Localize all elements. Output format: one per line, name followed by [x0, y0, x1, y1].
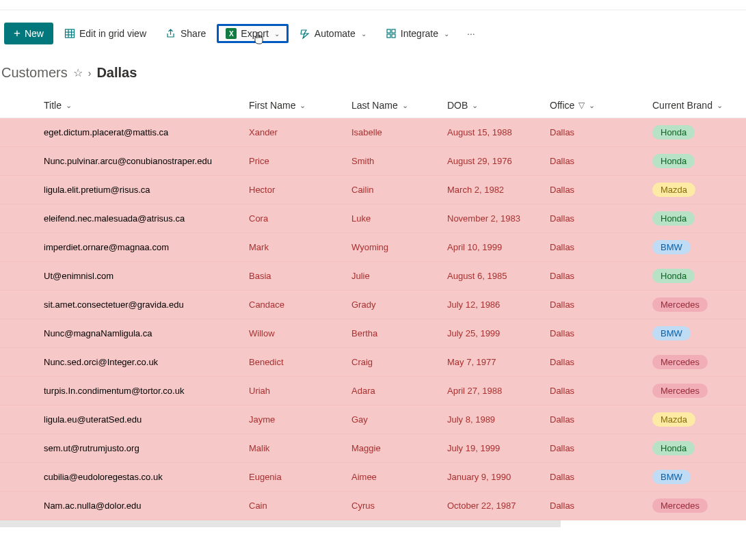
more-actions-button[interactable]: ··· [460, 24, 482, 43]
cell-office: Dallas [547, 499, 650, 512]
edit-grid-button[interactable]: Edit in grid view [56, 25, 155, 42]
integrate-label: Integrate [401, 28, 438, 39]
chevron-down-icon: ⌄ [717, 101, 723, 110]
cell-title[interactable]: eleifend.nec.malesuada@atrisus.ca [41, 212, 246, 225]
list-table: Title ⌄ First Name ⌄ Last Name ⌄ DOB ⌄ O… [0, 93, 746, 520]
integrate-icon [386, 28, 397, 39]
cell-first-name: Mark [246, 241, 349, 254]
table-row[interactable]: cubilia@eudoloregestas.co.ukEugeniaAimee… [0, 463, 746, 492]
column-title-label: Title [44, 100, 62, 111]
column-header-first-name[interactable]: First Name ⌄ [246, 100, 349, 111]
cell-office: Dallas [547, 212, 650, 225]
column-brand-label: Current Brand [652, 100, 712, 111]
export-button[interactable]: X Export ⌄ [217, 24, 288, 43]
automate-label: Automate [315, 28, 356, 39]
cell-title[interactable]: eget.dictum.placerat@mattis.ca [41, 126, 246, 139]
table-row[interactable]: Nunc.sed.orci@Integer.co.ukBenedictCraig… [0, 348, 746, 377]
brand-pill: BMW [652, 470, 691, 484]
table-row[interactable]: eleifend.nec.malesuada@atrisus.caCoraLuk… [0, 204, 746, 233]
cell-title[interactable]: sem.ut@rutrumjusto.org [41, 442, 246, 455]
column-header-title[interactable]: Title ⌄ [41, 100, 246, 111]
cell-title[interactable]: turpis.In.condimentum@tortor.co.uk [41, 384, 246, 397]
cell-brand: Mazda [650, 181, 746, 198]
table-row[interactable]: turpis.In.condimentum@tortor.co.ukUriahA… [0, 377, 746, 405]
cell-dob: July 8, 1989 [444, 413, 547, 426]
cell-last-name: Grady [349, 298, 444, 311]
edit-grid-label: Edit in grid view [79, 28, 146, 39]
new-button[interactable]: + New [4, 23, 53, 44]
table-row[interactable]: ligula.eu@uteratSed.eduJaymeGayJuly 8, 1… [0, 405, 746, 434]
horizontal-scrollbar[interactable] [0, 520, 561, 527]
column-header-brand[interactable]: Current Brand ⌄ [650, 100, 746, 111]
brand-pill: Honda [652, 125, 695, 139]
column-header-dob[interactable]: DOB ⌄ [444, 100, 547, 111]
cell-office: Dallas [547, 241, 650, 254]
cell-title[interactable]: Nunc.pulvinar.arcu@conubianostraper.edu [41, 155, 246, 168]
brand-pill: Mazda [652, 183, 695, 197]
svg-rect-6 [392, 29, 395, 33]
brand-pill: Mercedes [652, 297, 708, 312]
integrate-button[interactable]: Integrate ⌄ [377, 25, 457, 42]
cell-title[interactable]: Nam.ac.nulla@dolor.edu [41, 499, 246, 512]
table-row[interactable]: sem.ut@rutrumjusto.orgMalikMaggieJuly 19… [0, 434, 746, 463]
cell-first-name: Uriah [246, 384, 349, 397]
cell-last-name: Bertha [349, 327, 444, 340]
cell-last-name: Adara [349, 384, 444, 397]
table-row[interactable]: Ut@enimnisl.comBasiaJulieAugust 6, 1985D… [0, 262, 746, 291]
cell-last-name: Wyoming [349, 241, 444, 254]
brand-pill: Mercedes [652, 384, 708, 398]
cell-last-name: Maggie [349, 442, 444, 455]
table-row[interactable]: ligula.elit.pretium@risus.caHectorCailin… [0, 176, 746, 204]
table-row[interactable]: Nunc@magnaNamligula.caWillowBerthaJuly 2… [0, 319, 746, 348]
cell-dob: January 9, 1990 [444, 470, 547, 483]
chevron-down-icon: ⌄ [402, 101, 408, 110]
cell-dob: November 2, 1983 [444, 212, 547, 225]
cell-first-name: Willow [246, 327, 349, 340]
cell-first-name: Malik [246, 442, 349, 455]
cell-title[interactable]: Nunc@magnaNamligula.ca [41, 327, 246, 340]
cell-brand: BMW [650, 468, 746, 485]
cell-title[interactable]: Nunc.sed.orci@Integer.co.uk [41, 356, 246, 369]
brand-pill: Mercedes [652, 355, 708, 369]
table-row[interactable]: imperdiet.ornare@magnaa.comMarkWyomingAp… [0, 233, 746, 262]
command-bar: + New Edit in grid view Share X Export ⌄… [0, 10, 746, 57]
cell-title[interactable]: ligula.elit.pretium@risus.ca [41, 183, 246, 196]
cell-last-name: Julie [349, 269, 444, 282]
cell-dob: March 2, 1982 [444, 183, 547, 196]
share-button[interactable]: Share [157, 25, 214, 42]
brand-pill: Honda [652, 441, 695, 455]
column-header-office[interactable]: Office ▽ ⌄ [547, 100, 650, 111]
cell-first-name: Basia [246, 269, 349, 282]
cell-dob: August 29, 1976 [444, 155, 547, 168]
column-header-last-name[interactable]: Last Name ⌄ [349, 100, 444, 111]
favorite-star-icon[interactable]: ☆ [73, 66, 83, 79]
automate-button[interactable]: Automate ⌄ [291, 25, 375, 42]
cell-title[interactable]: ligula.eu@uteratSed.edu [41, 413, 246, 426]
cell-dob: April 10, 1999 [444, 241, 547, 254]
cell-title[interactable]: sit.amet.consectetuer@gravida.edu [41, 298, 246, 311]
table-row[interactable]: sit.amet.consectetuer@gravida.eduCandace… [0, 291, 746, 319]
chevron-down-icon: ⌄ [589, 101, 595, 110]
cell-brand: Honda [650, 210, 746, 227]
cell-title[interactable]: Ut@enimnisl.com [41, 269, 246, 282]
cell-title[interactable]: imperdiet.ornare@magnaa.com [41, 241, 246, 254]
brand-pill: Mercedes [652, 498, 708, 513]
cell-office: Dallas [547, 155, 650, 168]
cell-brand: Mercedes [650, 497, 746, 514]
cell-first-name: Hector [246, 183, 349, 196]
cell-first-name: Jayme [246, 413, 349, 426]
cell-brand: Honda [650, 124, 746, 141]
cell-last-name: Luke [349, 212, 444, 225]
cell-first-name: Benedict [246, 356, 349, 369]
cell-dob: April 27, 1988 [444, 384, 547, 397]
chevron-down-icon: ⌄ [274, 30, 280, 38]
table-row[interactable]: Nunc.pulvinar.arcu@conubianostraper.eduP… [0, 147, 746, 176]
cell-dob: August 6, 1985 [444, 269, 547, 282]
table-row[interactable]: eget.dictum.placerat@mattis.caXanderIsab… [0, 118, 746, 147]
cell-brand: BMW [650, 325, 746, 342]
cell-brand: Mercedes [650, 382, 746, 399]
cell-title[interactable]: cubilia@eudoloregestas.co.uk [41, 470, 246, 483]
breadcrumb-parent[interactable]: Customers [1, 65, 68, 81]
table-row[interactable]: Nam.ac.nulla@dolor.eduCainCyrusOctober 2… [0, 492, 746, 520]
cell-office: Dallas [547, 470, 650, 483]
